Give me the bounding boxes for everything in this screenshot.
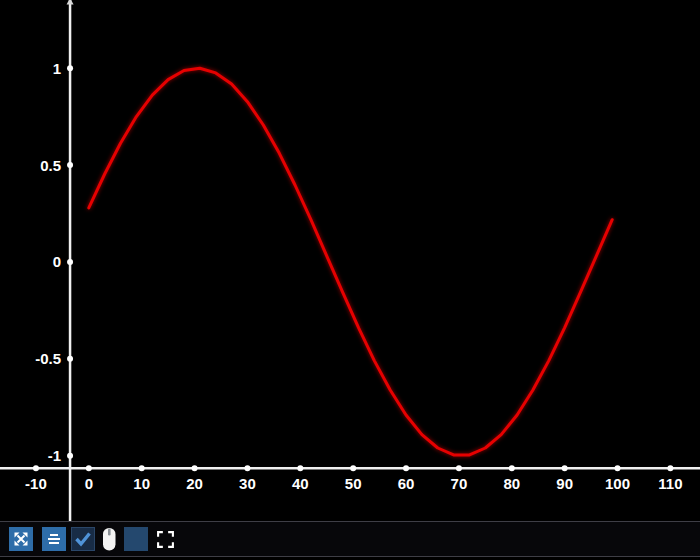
checkbox-checked-icon bbox=[72, 528, 94, 550]
y-tick-label: -1 bbox=[48, 447, 61, 464]
fullscreen-corners-icon bbox=[156, 530, 175, 549]
y-tick-label: 0.5 bbox=[40, 157, 61, 174]
lines-tool-button[interactable] bbox=[42, 527, 66, 551]
x-tick-dot bbox=[509, 465, 515, 471]
sine-wave-curve bbox=[89, 68, 612, 455]
x-tick-dot bbox=[297, 465, 303, 471]
y-tick-label: -0.5 bbox=[35, 350, 61, 367]
align-lines-icon bbox=[46, 531, 62, 547]
plot-area[interactable]: -100102030405060708090100110-1-0.500.51 bbox=[0, 0, 700, 521]
y-tick-dot bbox=[67, 453, 73, 459]
x-tick-dot bbox=[403, 465, 409, 471]
y-tick-dot bbox=[67, 356, 73, 362]
y-axis-arrow bbox=[67, 0, 74, 5]
y-tick-dot bbox=[67, 162, 73, 168]
x-tick-label: -10 bbox=[25, 475, 47, 492]
swatch-button[interactable] bbox=[124, 527, 148, 551]
y-tick-label: 0 bbox=[53, 253, 61, 270]
bottom-toolbar bbox=[0, 521, 700, 557]
x-tick-dot bbox=[615, 465, 621, 471]
checkbox-tool-button[interactable] bbox=[71, 527, 95, 551]
mouse-icon bbox=[99, 527, 119, 552]
plot-canvas[interactable]: -100102030405060708090100110-1-0.500.51 bbox=[0, 0, 700, 521]
x-tick-dot bbox=[192, 465, 198, 471]
x-tick-dot bbox=[456, 465, 462, 471]
y-tick-dot bbox=[67, 259, 73, 265]
mouse-tool-button[interactable] bbox=[97, 527, 121, 551]
x-tick-label: 60 bbox=[398, 475, 415, 492]
x-tick-dot bbox=[667, 465, 673, 471]
x-tick-dot bbox=[139, 465, 145, 471]
x-tick-label: 10 bbox=[133, 475, 150, 492]
move-arrows-icon bbox=[13, 531, 29, 547]
x-tick-dot bbox=[33, 465, 39, 471]
x-tick-dot bbox=[86, 465, 92, 471]
x-tick-label: 90 bbox=[556, 475, 573, 492]
x-tick-dot bbox=[244, 465, 250, 471]
x-tick-label: 70 bbox=[451, 475, 468, 492]
move-tool-button[interactable] bbox=[9, 527, 33, 551]
x-tick-label: 40 bbox=[292, 475, 309, 492]
y-tick-label: 1 bbox=[53, 60, 61, 77]
x-tick-label: 20 bbox=[186, 475, 203, 492]
x-tick-label: 30 bbox=[239, 475, 256, 492]
x-tick-dot bbox=[562, 465, 568, 471]
x-tick-label: 100 bbox=[605, 475, 630, 492]
y-tick-dot bbox=[67, 65, 73, 71]
x-tick-label: 50 bbox=[345, 475, 362, 492]
x-tick-label: 110 bbox=[658, 475, 682, 492]
x-tick-dot bbox=[350, 465, 356, 471]
fullscreen-button[interactable] bbox=[153, 527, 177, 551]
x-tick-label: 0 bbox=[85, 475, 93, 492]
x-tick-label: 80 bbox=[503, 475, 520, 492]
